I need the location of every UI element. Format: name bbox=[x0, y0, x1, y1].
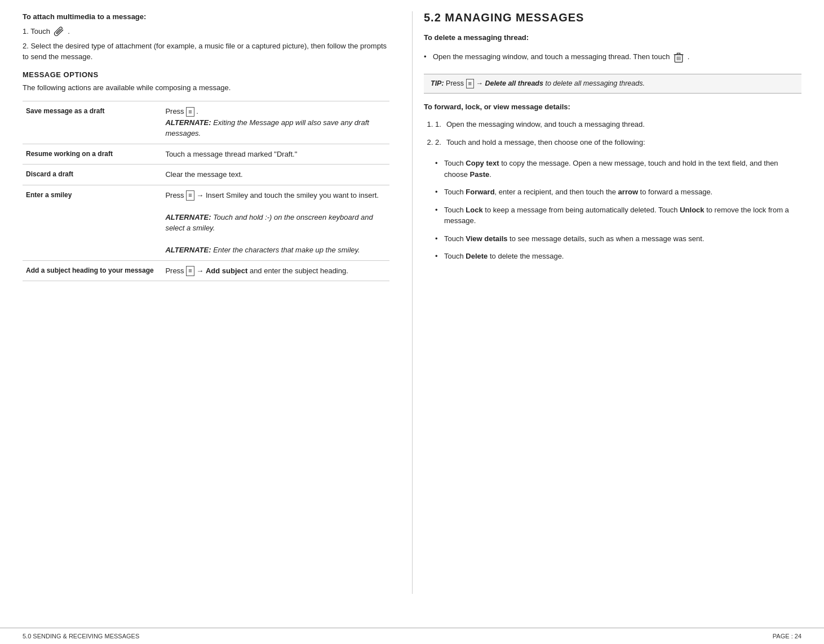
trash-icon bbox=[673, 51, 684, 64]
table-cell-label: Enter a smiley bbox=[23, 185, 162, 260]
table-row: Add a subject heading to your message Pr… bbox=[23, 260, 389, 281]
forward-heading: To forward, lock, or view message detail… bbox=[424, 101, 801, 113]
attach-step1: 1. Touch . bbox=[23, 26, 389, 38]
footer-right: PAGE : 24 bbox=[773, 633, 801, 639]
bullet-forward: Touch Forward, enter a recipient, and th… bbox=[435, 183, 801, 201]
forward-step2: Touch and hold a message, then choose on… bbox=[435, 135, 801, 150]
action-bullets: Touch Copy text to copy the message. Ope… bbox=[424, 154, 801, 265]
attachment-icon bbox=[54, 26, 65, 38]
bullet-copy-text: Touch Copy text to copy the message. Ope… bbox=[435, 154, 801, 183]
attach-step2: 2. Select the desired type of attachment… bbox=[23, 41, 389, 63]
tip-box: TIP: Press ≡ → Delete all threads to del… bbox=[424, 74, 801, 94]
attach-heading: To attach multimedia to a message: bbox=[23, 11, 389, 23]
page-container: To attach multimedia to a message: 1. To… bbox=[0, 0, 824, 644]
menu-icon-2: ≡ bbox=[186, 190, 194, 200]
left-column: To attach multimedia to a message: 1. To… bbox=[23, 11, 412, 594]
table-cell-desc: Touch a message thread marked "Draft." bbox=[162, 144, 389, 165]
table-row: Enter a smiley Press ≡ → Insert Smiley a… bbox=[23, 185, 389, 260]
table-row: Save message as a draft Press ≡ . ALTERN… bbox=[23, 101, 389, 144]
delete-bullet-item: Open the messaging window, and touch a m… bbox=[424, 48, 801, 67]
forward-steps: Open the messaging window, and touch a m… bbox=[424, 117, 801, 150]
table-cell-desc: Press ≡ . ALTERNATE: Exiting the Message… bbox=[162, 101, 389, 144]
content-area: To attach multimedia to a message: 1. To… bbox=[0, 0, 824, 628]
table-cell-label: Add a subject heading to your message bbox=[23, 260, 162, 281]
delete-bullet-list: Open the messaging window, and touch a m… bbox=[424, 48, 801, 67]
table-cell-label: Resume working on a draft bbox=[23, 144, 162, 165]
table-row: Resume working on a draft Touch a messag… bbox=[23, 144, 389, 165]
table-cell-desc: Press ≡ → Add subject and enter the subj… bbox=[162, 260, 389, 281]
table-cell-label: Save message as a draft bbox=[23, 101, 162, 144]
bullet-delete: Touch Delete to delete the message. bbox=[435, 247, 801, 265]
table-row: Discard a draft Clear the message text. bbox=[23, 165, 389, 185]
forward-step1: Open the messaging window, and touch a m… bbox=[435, 117, 801, 132]
bullet-view-details: Touch View details to see message detail… bbox=[435, 230, 801, 248]
menu-icon: ≡ bbox=[186, 107, 194, 117]
table-cell-desc: Press ≡ → Insert Smiley and touch the sm… bbox=[162, 185, 389, 260]
menu-icon-3: ≡ bbox=[186, 266, 194, 276]
delete-thread-heading: To delete a messaging thread: bbox=[424, 32, 801, 43]
menu-icon-tip: ≡ bbox=[466, 79, 474, 88]
footer-left: 5.0 SENDING & RECEIVING MESSAGES bbox=[23, 633, 139, 639]
message-options-intro: The following actions are available whil… bbox=[23, 82, 389, 94]
options-table: Save message as a draft Press ≡ . ALTERN… bbox=[23, 101, 389, 281]
right-column: 5.2 MANAGING MESSAGES To delete a messag… bbox=[412, 11, 801, 594]
table-cell-desc: Clear the message text. bbox=[162, 165, 389, 185]
section-heading: 5.2 MANAGING MESSAGES bbox=[424, 11, 801, 24]
bullet-lock: Touch Lock to keep a message from being … bbox=[435, 201, 801, 230]
table-cell-label: Discard a draft bbox=[23, 165, 162, 185]
page-footer: 5.0 SENDING & RECEIVING MESSAGES PAGE : … bbox=[0, 628, 824, 644]
message-options-heading: MESSAGE OPTIONS bbox=[23, 70, 389, 79]
